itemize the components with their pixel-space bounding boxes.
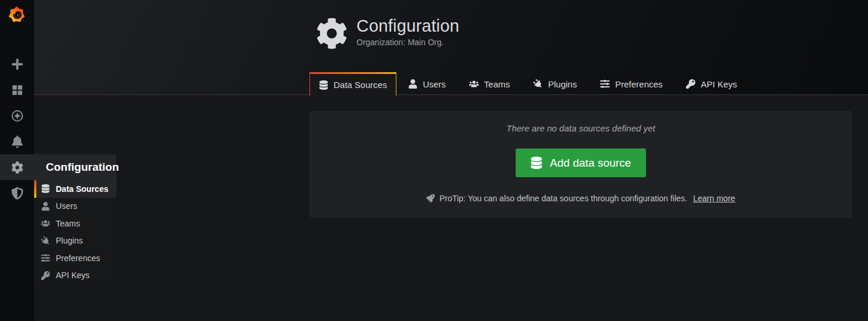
grafana-logo[interactable] <box>0 0 34 23</box>
key-icon <box>41 271 50 280</box>
tab-preferences[interactable]: Preferences <box>588 72 674 96</box>
flyout-item-label: Data Sources <box>56 184 108 194</box>
add-data-source-button[interactable]: Add data source <box>516 148 645 177</box>
tab-users[interactable]: Users <box>396 72 457 96</box>
users-icon <box>41 219 50 228</box>
tab-label: Data Sources <box>334 80 387 90</box>
flyout-item-users[interactable]: Users <box>34 198 116 215</box>
user-icon <box>41 202 50 211</box>
bell-icon <box>11 136 23 148</box>
flyout-title: Configuration <box>34 154 116 180</box>
flyout-item-api-keys[interactable]: API Keys <box>34 267 116 285</box>
flyout-item-label: Plugins <box>56 236 83 245</box>
plus-icon <box>11 58 23 70</box>
flyout-item-label: Users <box>56 201 78 211</box>
config-tabs: Data Sources Users Teams Plugins Prefere… <box>309 72 749 96</box>
tab-label: Teams <box>484 79 510 89</box>
empty-state-message: There are no data sources defined yet <box>506 123 655 133</box>
page-title: Configuration <box>356 16 459 36</box>
side-menu-items <box>0 51 34 206</box>
flyout-item-plugins[interactable]: Plugins <box>34 232 116 250</box>
learn-more-link[interactable]: Learn more <box>693 194 735 203</box>
tab-plugins[interactable]: Plugins <box>522 72 588 96</box>
flyout-item-data-sources[interactable]: Data Sources <box>34 180 116 198</box>
gear-icon <box>11 161 23 174</box>
sliders-icon <box>41 254 50 262</box>
dashboards-icon <box>11 84 23 96</box>
sidebar-item-configuration[interactable] <box>0 154 34 180</box>
plug-icon <box>39 235 52 247</box>
tab-label: Plugins <box>548 79 577 89</box>
sidebar-item-server-admin[interactable] <box>0 180 34 206</box>
page-header: Configuration Organization: Main Org. <box>316 16 459 50</box>
users-icon <box>469 79 479 89</box>
sidebar-item-create[interactable] <box>0 51 34 77</box>
flyout-item-label: Preferences <box>56 254 100 263</box>
tab-label: Users <box>423 79 446 89</box>
flyout-item-label: Teams <box>56 219 80 228</box>
shield-icon <box>11 187 23 200</box>
tab-label: Preferences <box>615 79 662 89</box>
tab-teams[interactable]: Teams <box>457 72 522 96</box>
side-menu <box>0 0 34 321</box>
tab-api-keys[interactable]: API Keys <box>674 72 749 96</box>
database-icon <box>41 184 50 193</box>
sidebar-item-alerting[interactable] <box>0 129 34 154</box>
configuration-flyout: Configuration Data Sources Users Teams P… <box>34 154 116 284</box>
database-icon <box>319 80 328 90</box>
tab-data-sources[interactable]: Data Sources <box>309 72 396 96</box>
page-header-titles: Configuration Organization: Main Org. <box>356 16 459 50</box>
data-sources-panel: There are no data sources defined yet Ad… <box>309 111 852 218</box>
sliders-icon <box>600 79 610 89</box>
compass-icon <box>11 110 23 122</box>
page-subtitle: Organization: Main Org. <box>356 38 459 47</box>
flyout-item-teams[interactable]: Teams <box>34 215 116 232</box>
tab-label: API Keys <box>701 79 737 89</box>
flyout-item-label: API Keys <box>56 271 90 280</box>
protip-text: ProTip: You can also define data sources… <box>439 194 687 203</box>
add-data-source-label: Add data source <box>550 157 631 170</box>
protip: ProTip: You can also define data sources… <box>426 194 735 203</box>
user-icon <box>408 79 418 89</box>
database-icon <box>530 157 543 169</box>
flyout-item-preferences[interactable]: Preferences <box>34 249 116 267</box>
sidebar-item-dashboards[interactable] <box>0 77 34 103</box>
rocket-icon <box>426 194 435 202</box>
sidebar-item-explore[interactable] <box>0 103 34 129</box>
gear-icon <box>316 16 348 50</box>
plug-icon <box>531 77 545 91</box>
key-icon <box>686 79 695 89</box>
